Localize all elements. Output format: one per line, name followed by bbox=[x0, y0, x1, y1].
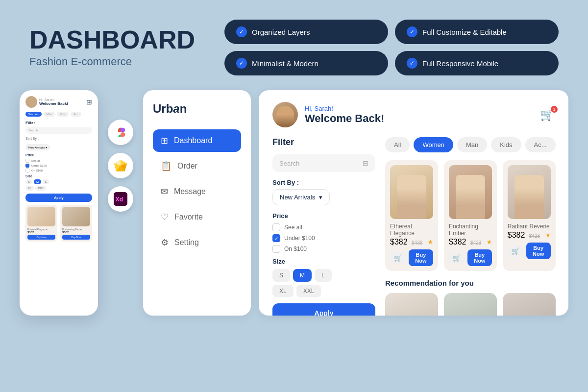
dash-welcome: Hi, Sarah! Welcome Back! bbox=[272, 102, 384, 127]
size-btn-s[interactable]: S bbox=[272, 269, 290, 282]
checkbox-on100[interactable] bbox=[272, 245, 280, 253]
cat-tab-man[interactable]: Man bbox=[457, 137, 487, 152]
check-icon-4: ✓ bbox=[407, 58, 417, 69]
phone-tab-women[interactable]: Women bbox=[25, 112, 42, 117]
cat-tab-kids[interactable]: Kids bbox=[491, 137, 521, 152]
checkbox-under100[interactable]: ✓ bbox=[272, 234, 280, 242]
size-btn-l[interactable]: L bbox=[315, 269, 332, 282]
phone-size-label: Size bbox=[25, 174, 92, 178]
svg-text:Xd: Xd bbox=[116, 196, 123, 203]
product-cart-btn-3[interactable]: 🛒 bbox=[508, 245, 523, 257]
cart-badge: 1 bbox=[551, 106, 558, 113]
phone-checkbox-see-all[interactable] bbox=[25, 159, 29, 163]
page-subtitle: Fashion E-commerce bbox=[29, 55, 195, 68]
phone-size-xxl[interactable]: XXL bbox=[35, 186, 46, 191]
product-figure-1 bbox=[397, 175, 426, 219]
rec-card-2[interactable] bbox=[444, 293, 497, 316]
product-cart-btn-2[interactable]: 🛒 bbox=[449, 252, 465, 264]
recommendation-title: Recommendation for you bbox=[385, 279, 556, 287]
price-option-on100[interactable]: On $100 bbox=[272, 245, 375, 253]
search-box[interactable]: Search ⊟ bbox=[272, 154, 375, 172]
product-cart-btn-1[interactable]: 🛒 bbox=[390, 252, 406, 264]
phone-checkbox-under100[interactable]: ✓ bbox=[25, 164, 29, 168]
sort-chevron-icon: ▾ bbox=[319, 194, 322, 201]
product-buy-btn-2[interactable]: Buy Now bbox=[467, 249, 492, 266]
phone-checkbox-on100[interactable] bbox=[25, 169, 29, 172]
phone-size-xl[interactable]: XL bbox=[25, 186, 34, 191]
products-area: All Women Man Kids Ac... Ethereal Elegan… bbox=[385, 137, 556, 316]
cat-tab-accessories[interactable]: Ac... bbox=[525, 137, 556, 152]
avatar-figure bbox=[276, 106, 294, 127]
sidebar-item-dashboard-label: Dashboard bbox=[174, 136, 212, 145]
title-area: DASHBOARD Fashion E-commerce bbox=[29, 27, 195, 68]
cart-icon-wrap[interactable]: 🛒 1 bbox=[540, 108, 555, 122]
size-btn-xl[interactable]: XL bbox=[272, 285, 294, 297]
product-original-2: $428 bbox=[470, 240, 481, 245]
product-image-1 bbox=[390, 165, 433, 219]
sidebar-item-favorite[interactable]: ♡ Favorite bbox=[153, 206, 241, 228]
sidebar-item-order[interactable]: 📋 Order bbox=[153, 155, 241, 177]
phone-header: Hi, Sarah! Welcome Back! ⊞ bbox=[25, 96, 92, 108]
dashboard-icon: ⊞ bbox=[161, 135, 168, 146]
phone-size-btns: S M L bbox=[25, 179, 92, 184]
phone-apply-btn[interactable]: Apply bbox=[25, 194, 92, 202]
phone-check-see-all[interactable]: See all bbox=[25, 159, 92, 163]
size-btn-m[interactable]: M bbox=[293, 269, 312, 282]
product-actions-1: 🛒 Buy Now bbox=[390, 249, 433, 266]
size-btn-xxl[interactable]: XXL bbox=[296, 285, 321, 297]
product-name-3: Radiant Reverie bbox=[508, 223, 551, 230]
rec-card-3[interactable] bbox=[503, 293, 556, 316]
sidebar-item-setting[interactable]: ⚙ Setting bbox=[153, 231, 241, 254]
phone-check-under100[interactable]: ✓ Under $100 bbox=[25, 164, 92, 168]
phone-product-price-2: $382 bbox=[62, 231, 90, 234]
phone-size-m[interactable]: M bbox=[34, 179, 41, 184]
phone-check-on100[interactable]: On $100 bbox=[25, 169, 92, 172]
feature-label-1: Organized Layers bbox=[252, 28, 310, 36]
sidebar-item-dashboard[interactable]: ⊞ Dashboard bbox=[153, 129, 241, 152]
product-buy-btn-1[interactable]: Buy Now bbox=[409, 249, 433, 266]
sidebar-item-favorite-label: Favorite bbox=[174, 213, 203, 221]
product-card-3: Radiant Reverie $382 $428 ★ 🛒 Buy Now bbox=[503, 160, 556, 271]
product-buy-btn-3[interactable]: Buy Now bbox=[526, 243, 551, 259]
phone-price-label: Price bbox=[25, 153, 92, 157]
phone-tab-man[interactable]: Man bbox=[44, 112, 55, 117]
product-name-1: Ethereal Elegance bbox=[390, 223, 433, 237]
phone-buy-btn-2[interactable]: Buy Now bbox=[62, 235, 90, 240]
product-name-2: Enchanting Ember bbox=[449, 223, 492, 237]
checkbox-see-all[interactable] bbox=[272, 223, 280, 231]
apply-button[interactable]: Apply bbox=[272, 303, 375, 316]
sidebar-logo: Urban bbox=[153, 102, 241, 116]
product-price-3: $382 $428 bbox=[508, 231, 540, 240]
size-btns-row1: S M L bbox=[272, 269, 375, 282]
phone-tab-acc[interactable]: Acc bbox=[71, 112, 81, 117]
feature-badge-organized: ✓ Organized Layers bbox=[224, 20, 388, 44]
greeting-text: Hi, Sarah! bbox=[305, 105, 384, 112]
dashboard-main: Hi, Sarah! Welcome Back! 🛒 1 Filter Sear… bbox=[259, 90, 568, 316]
xd-icon: Xd bbox=[108, 186, 133, 212]
product-card-2: Enchanting Ember $382 $428 ★ 🛒 Buy Now bbox=[444, 160, 497, 271]
price-option-see-all[interactable]: See all bbox=[272, 223, 375, 231]
sort-dropdown[interactable]: New Arrivals ▾ bbox=[272, 189, 330, 205]
phone-size-s[interactable]: S bbox=[25, 179, 32, 184]
phone-tab-kids[interactable]: Kids bbox=[57, 112, 69, 117]
cat-tab-all[interactable]: All bbox=[385, 137, 410, 152]
welcome-text: Hi, Sarah! Welcome Back! bbox=[305, 105, 384, 125]
filter-panel: Filter Search ⊟ Sort By : New Arrivals ▾… bbox=[272, 137, 375, 316]
price-label: Price bbox=[272, 212, 375, 220]
cat-tab-women[interactable]: Women bbox=[414, 137, 453, 152]
size-label: Size bbox=[272, 258, 375, 265]
phone-buy-btn-1[interactable]: Buy Now bbox=[27, 235, 55, 240]
phone-product-price-1: $382 bbox=[27, 231, 55, 234]
product-image-2 bbox=[449, 165, 492, 219]
phone-grid-icon: ⊞ bbox=[86, 98, 92, 106]
sort-value: New Arrivals bbox=[280, 194, 315, 201]
rec-card-1[interactable] bbox=[385, 293, 438, 316]
phone-products: Ethereal Elegance $382 Buy Now Enchantin… bbox=[25, 205, 92, 242]
feature-badge-responsive: ✓ Full Responsive Mobile bbox=[395, 51, 559, 75]
phone-sort-btn[interactable]: New Arrivals ▾ bbox=[25, 144, 50, 150]
phone-size-l[interactable]: L bbox=[43, 179, 49, 184]
sidebar-item-message[interactable]: ✉ Message bbox=[153, 180, 241, 203]
phone-search[interactable]: Search bbox=[25, 127, 92, 134]
price-option-under100[interactable]: ✓ Under $100 bbox=[272, 234, 375, 242]
sidebar-item-setting-label: Setting bbox=[174, 238, 199, 247]
